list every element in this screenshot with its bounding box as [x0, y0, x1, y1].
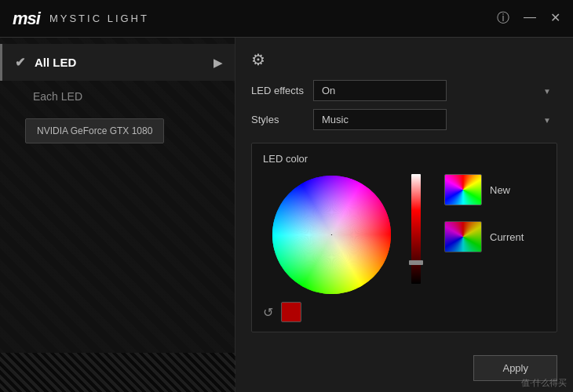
- color-picker-row: New Current: [263, 174, 546, 296]
- main-layout: ✔ All LED ▶ Each LED NVIDIA GeForce GTX …: [0, 38, 573, 392]
- refresh-icon[interactable]: ↺: [263, 305, 273, 320]
- device-button[interactable]: NVIDIA GeForce GTX 1080: [25, 118, 164, 143]
- close-button[interactable]: ✕: [550, 10, 560, 27]
- led-color-title: LED color: [263, 153, 546, 165]
- current-label: Current: [490, 231, 524, 243]
- current-color-swatch[interactable]: [444, 221, 482, 252]
- new-color-swatch[interactable]: [444, 174, 482, 205]
- msi-logo: msi: [13, 9, 40, 29]
- sidebar-device: NVIDIA GeForce GTX 1080: [25, 118, 222, 143]
- led-effects-label: LED effects: [251, 85, 304, 96]
- info-button[interactable]: ⓘ: [497, 10, 509, 27]
- styles-label: Styles: [251, 114, 304, 125]
- sidebar-item-all-led[interactable]: ✔ All LED ▶: [0, 44, 235, 81]
- title-bar: msi MYSTIC LIGHT ⓘ — ✕: [0, 0, 573, 38]
- controls-grid: LED effects On Off Styles Music Static B…: [251, 80, 557, 130]
- settings-icon-row: ⚙: [251, 50, 557, 69]
- led-effects-select[interactable]: On Off: [313, 80, 447, 101]
- selected-color-box[interactable]: [281, 302, 301, 322]
- color-bottom-row: ↺: [263, 302, 546, 322]
- sidebar-item-each-led[interactable]: Each LED: [0, 81, 235, 112]
- current-swatch-row: Current: [444, 221, 524, 252]
- preview-swatches: New Current: [444, 174, 524, 252]
- each-led-label: Each LED: [33, 90, 82, 103]
- color-wheel[interactable]: [263, 174, 400, 296]
- styles-select-wrapper: Music Static Breathing Flashing Rainbow: [313, 109, 557, 130]
- new-swatch-row: New: [444, 174, 524, 205]
- minimize-button[interactable]: —: [524, 10, 536, 27]
- watermark: 值·什么得买: [521, 377, 567, 389]
- brightness-slider-wrapper: [410, 174, 422, 296]
- check-icon: ✔: [15, 55, 25, 70]
- sidebar: ✔ All LED ▶ Each LED NVIDIA GeForce GTX …: [0, 38, 235, 392]
- brightness-handle[interactable]: [409, 260, 423, 265]
- gear-icon: ⚙: [251, 50, 265, 69]
- brightness-bar[interactable]: [411, 174, 421, 284]
- led-color-section: LED color New: [251, 143, 557, 332]
- sidebar-arrow-icon: ▶: [214, 56, 222, 69]
- window-controls: ⓘ — ✕: [497, 10, 560, 27]
- content-panel: ⚙ LED effects On Off Styles Music Static…: [235, 38, 573, 392]
- styles-select[interactable]: Music Static Breathing Flashing Rainbow: [313, 109, 447, 130]
- led-effects-select-wrapper: On Off: [313, 80, 557, 101]
- new-label: New: [490, 184, 510, 196]
- all-led-label: All LED: [35, 56, 76, 69]
- app-title: MYSTIC LIGHT: [49, 13, 149, 24]
